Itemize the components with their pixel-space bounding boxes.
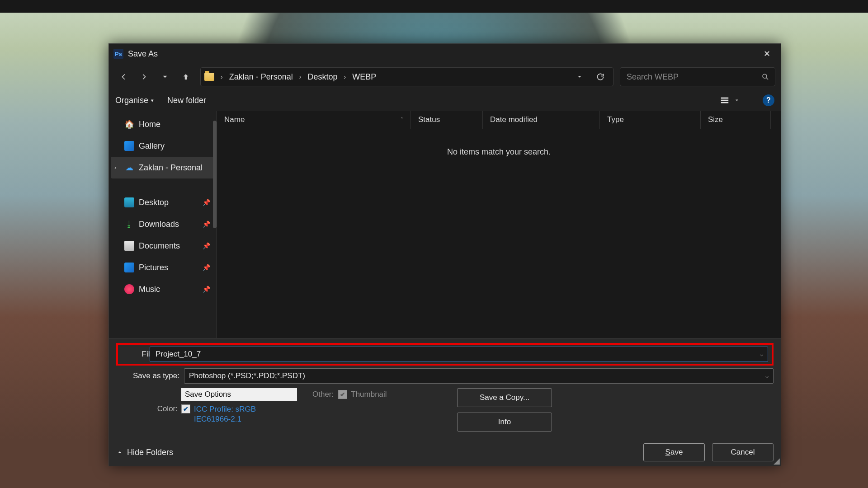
- save-options-header: Save Options: [181, 388, 297, 401]
- sidebar-item-label: Pictures: [139, 263, 168, 272]
- pictures-icon: [124, 263, 134, 272]
- saveastype-combobox[interactable]: Photoshop (*.PSD;*.PDD;*.PSDT) ⌵: [184, 368, 774, 384]
- dialog-footer: Hide Folders Save Cancel: [116, 432, 774, 461]
- search-icon: [761, 73, 769, 81]
- info-button[interactable]: Info: [457, 413, 552, 432]
- sidebar-item-label: Gallery: [139, 141, 165, 151]
- view-options-button[interactable]: [717, 93, 732, 108]
- sidebar-divider: [123, 185, 207, 185]
- organise-menu[interactable]: Organise▾: [115, 96, 154, 105]
- save-button[interactable]: Save: [643, 443, 705, 461]
- sidebar-item-label: Desktop: [139, 198, 169, 207]
- hide-folders-toggle[interactable]: Hide Folders: [116, 448, 173, 457]
- sidebar-item-label: Documents: [139, 241, 180, 251]
- pin-icon: 📌: [203, 242, 210, 249]
- other-label: Other:: [312, 390, 334, 399]
- sidebar-item-label: Home: [139, 120, 160, 129]
- new-folder-button[interactable]: New folder: [167, 96, 206, 105]
- close-button[interactable]: ✕: [756, 44, 777, 64]
- column-header-size[interactable]: Size: [701, 111, 771, 129]
- save-options-row: Save Options Color: ✔ ICC Profile: sRGB …: [116, 388, 774, 432]
- folder-icon: [204, 73, 214, 81]
- sidebar-item-gallery[interactable]: Gallery: [109, 135, 217, 157]
- svg-rect-3: [721, 102, 729, 103]
- breadcrumb-segment[interactable]: WEBP: [352, 72, 376, 82]
- color-label: Color:: [153, 404, 178, 413]
- svg-rect-1: [721, 98, 729, 99]
- filename-input[interactable]: [155, 349, 760, 359]
- breadcrumb-segment[interactable]: Desktop: [307, 72, 337, 82]
- column-header-date[interactable]: Date modified: [483, 111, 600, 129]
- sort-indicator-icon: ˄: [401, 117, 403, 123]
- sidebar-item-downloads[interactable]: ⭳ Downloads 📌: [109, 213, 217, 235]
- saveastype-value: Photoshop (*.PSD;*.PDD;*.PSDT): [189, 371, 765, 380]
- svg-point-0: [763, 74, 767, 78]
- column-header-type[interactable]: Type: [600, 111, 701, 129]
- chevron-down-icon[interactable]: ⌵: [760, 351, 763, 357]
- title-bar: Ps Save As ✕: [109, 44, 781, 64]
- help-button[interactable]: ?: [763, 94, 774, 106]
- music-icon: [124, 284, 134, 294]
- column-headers: Name ˄ Status Date modified Type Size: [217, 111, 781, 129]
- view-options-dropdown[interactable]: [733, 93, 741, 108]
- home-icon: 🏠: [124, 119, 134, 129]
- column-label: Name: [224, 115, 245, 124]
- address-history-dropdown[interactable]: [571, 68, 589, 86]
- pin-icon: 📌: [203, 199, 210, 206]
- svg-rect-2: [721, 100, 729, 101]
- search-input[interactable]: [626, 72, 761, 82]
- sidebar-item-documents[interactable]: Documents 📌: [109, 235, 217, 257]
- save-a-copy-button[interactable]: Save a Copy...: [457, 388, 552, 407]
- save-as-dialog: Ps Save As ✕ › Zaklan - Personal › Deskt…: [108, 43, 781, 466]
- chevron-down-icon[interactable]: ⌵: [765, 373, 769, 379]
- main-area: 🏠 Home Gallery › ☁ Zaklan - Personal Des…: [109, 111, 781, 338]
- resize-grip[interactable]: ◢: [774, 459, 780, 465]
- address-bar[interactable]: › Zaklan - Personal › Desktop › WEBP: [200, 67, 613, 86]
- pin-icon: 📌: [203, 286, 210, 293]
- sidebar-item-home[interactable]: 🏠 Home: [109, 113, 217, 135]
- sidebar-item-onedrive[interactable]: › ☁ Zaklan - Personal: [111, 157, 215, 178]
- back-button[interactable]: [114, 68, 132, 86]
- desktop-icon: [124, 197, 134, 207]
- sidebar-item-label: Downloads: [139, 220, 179, 229]
- sidebar-item-label: Music: [139, 285, 160, 294]
- gallery-icon: [124, 141, 134, 151]
- chevron-right-icon: ›: [296, 73, 305, 80]
- pin-icon: 📌: [203, 221, 210, 228]
- up-button[interactable]: [177, 68, 195, 86]
- file-list-area: Name ˄ Status Date modified Type Size No…: [217, 111, 781, 338]
- sidebar-item-music[interactable]: Music 📌: [109, 278, 217, 300]
- empty-list-message: No items match your search.: [217, 129, 781, 157]
- bottom-panel: File name: ⌵ Save as type: Photoshop (*.…: [109, 338, 781, 466]
- thumbnail-checkbox[interactable]: ✔: [338, 390, 347, 399]
- cancel-button[interactable]: Cancel: [712, 443, 774, 461]
- search-box[interactable]: [620, 67, 775, 86]
- forward-button[interactable]: [135, 68, 153, 86]
- recent-locations-button[interactable]: [156, 68, 174, 86]
- app-top-border: [0, 0, 868, 13]
- cloud-icon: ☁: [124, 163, 134, 173]
- saveastype-label: Save as type:: [116, 371, 184, 380]
- filename-row-highlight: File name: ⌵: [116, 343, 774, 366]
- icc-profile-link[interactable]: ICC Profile: sRGB IEC61966-2.1: [194, 404, 256, 424]
- sidebar-scrollbar[interactable]: [213, 121, 217, 228]
- sidebar-item-pictures[interactable]: Pictures 📌: [109, 257, 217, 278]
- chevron-right-icon: ›: [340, 73, 349, 80]
- refresh-button[interactable]: [591, 68, 609, 86]
- save-as-type-row: Save as type: Photoshop (*.PSD;*.PDD;*.P…: [116, 368, 774, 384]
- column-header-status[interactable]: Status: [411, 111, 483, 129]
- toolbar-row: Organise▾ New folder ?: [109, 90, 781, 111]
- sidebar-item-label: Zaklan - Personal: [139, 163, 203, 173]
- documents-icon: [124, 241, 134, 251]
- sidebar-item-desktop[interactable]: Desktop 📌: [109, 192, 217, 213]
- filename-combobox[interactable]: ⌵: [150, 347, 768, 362]
- photoshop-icon: Ps: [113, 49, 123, 59]
- icc-profile-checkbox[interactable]: ✔: [181, 404, 190, 413]
- column-header-name[interactable]: Name ˄: [217, 111, 411, 129]
- chevron-up-icon: [116, 449, 123, 456]
- chevron-right-icon[interactable]: ›: [114, 164, 116, 171]
- download-icon: ⭳: [124, 219, 134, 229]
- breadcrumb-segment[interactable]: Zaklan - Personal: [229, 72, 293, 82]
- navigation-row: › Zaklan - Personal › Desktop › WEBP: [109, 64, 781, 90]
- pin-icon: 📌: [203, 264, 210, 271]
